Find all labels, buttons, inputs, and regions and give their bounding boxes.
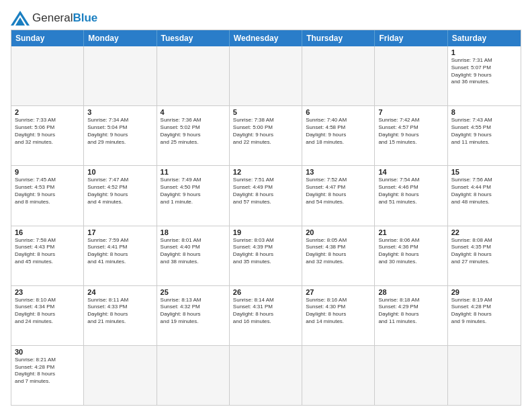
cell-info: Sunrise: 8:21 AM Sunset: 4:28 PM Dayligh… [15,357,80,385]
day-number: 3 [87,108,152,116]
cell-info: Sunrise: 8:18 AM Sunset: 4:29 PM Dayligh… [378,297,443,326]
header-day-tuesday: Tuesday [157,30,230,46]
day-number: 2 [15,108,80,116]
cell-info: Sunrise: 8:13 AM Sunset: 4:32 PM Dayligh… [161,297,226,326]
cell-info: Sunrise: 8:05 AM Sunset: 4:38 PM Dayligh… [306,237,371,266]
cell-info: Sunrise: 8:11 AM Sunset: 4:33 PM Dayligh… [87,297,152,326]
calendar-cell: 10Sunrise: 7:47 AM Sunset: 4:52 PM Dayli… [84,166,157,225]
calendar-cell [375,346,447,405]
calendar-row-0: 1Sunrise: 7:31 AM Sunset: 5:07 PM Daylig… [11,46,521,106]
calendar-cell [84,46,157,105]
calendar-cell [448,346,521,405]
calendar-cell [11,46,84,105]
cell-info: Sunrise: 7:51 AM Sunset: 4:49 PM Dayligh… [233,177,298,205]
cell-info: Sunrise: 7:34 AM Sunset: 5:04 PM Dayligh… [87,117,152,146]
cell-info: Sunrise: 7:45 AM Sunset: 4:53 PM Dayligh… [15,177,80,205]
calendar-cell: 28Sunrise: 8:18 AM Sunset: 4:29 PM Dayli… [375,286,447,345]
day-number: 21 [378,228,443,236]
calendar-cell [375,46,447,105]
calendar-cell [230,46,302,105]
cell-info: Sunrise: 8:06 AM Sunset: 4:36 PM Dayligh… [378,237,443,266]
day-number: 11 [161,168,226,176]
calendar-cell: 3Sunrise: 7:34 AM Sunset: 5:04 PM Daylig… [84,106,157,165]
calendar-cell: 17Sunrise: 7:59 AM Sunset: 4:41 PM Dayli… [84,226,157,285]
day-number: 24 [87,288,152,296]
day-number: 30 [15,348,80,356]
calendar-row-1: 2Sunrise: 7:33 AM Sunset: 5:06 PM Daylig… [11,106,521,166]
header-day-thursday: Thursday [302,30,375,46]
calendar-cell [157,46,230,105]
calendar-cell [230,346,302,405]
header: GeneralBlue [11,8,521,26]
logo: GeneralBlue [11,11,97,26]
day-number: 5 [233,108,298,116]
cell-info: Sunrise: 7:59 AM Sunset: 4:41 PM Dayligh… [87,237,152,266]
calendar-cell: 19Sunrise: 8:03 AM Sunset: 4:39 PM Dayli… [230,226,302,285]
calendar-cell: 8Sunrise: 7:43 AM Sunset: 4:55 PM Daylig… [448,106,521,165]
cell-info: Sunrise: 8:16 AM Sunset: 4:30 PM Dayligh… [306,297,371,326]
calendar-cell [157,346,230,405]
cell-info: Sunrise: 8:01 AM Sunset: 4:40 PM Dayligh… [161,237,226,266]
calendar-row-5: 30Sunrise: 8:21 AM Sunset: 4:28 PM Dayli… [11,346,521,405]
calendar-cell: 22Sunrise: 8:08 AM Sunset: 4:35 PM Dayli… [448,226,521,285]
day-number: 17 [87,228,152,236]
day-number: 25 [161,288,226,296]
calendar-row-2: 9Sunrise: 7:45 AM Sunset: 4:53 PM Daylig… [11,166,521,226]
day-number: 16 [15,228,80,236]
day-number: 26 [233,288,298,296]
header-day-wednesday: Wednesday [230,30,302,46]
day-number: 20 [306,228,371,236]
cell-info: Sunrise: 8:08 AM Sunset: 4:35 PM Dayligh… [451,237,517,266]
calendar-cell: 16Sunrise: 7:58 AM Sunset: 4:43 PM Dayli… [11,226,84,285]
cell-info: Sunrise: 7:43 AM Sunset: 4:55 PM Dayligh… [451,117,517,146]
day-number: 9 [15,168,80,176]
cell-info: Sunrise: 7:47 AM Sunset: 4:52 PM Dayligh… [87,177,152,205]
calendar-cell: 27Sunrise: 8:16 AM Sunset: 4:30 PM Dayli… [302,286,375,345]
day-number: 8 [451,108,517,116]
cell-info: Sunrise: 8:03 AM Sunset: 4:39 PM Dayligh… [233,237,298,266]
day-number: 1 [451,48,517,56]
day-number: 7 [378,108,443,116]
day-number: 18 [161,228,226,236]
cell-info: Sunrise: 7:40 AM Sunset: 4:58 PM Dayligh… [306,117,371,146]
calendar-cell [302,46,375,105]
calendar: SundayMondayTuesdayWednesdayThursdayFrid… [11,30,521,406]
calendar-cell: 9Sunrise: 7:45 AM Sunset: 4:53 PM Daylig… [11,166,84,225]
cell-info: Sunrise: 7:56 AM Sunset: 4:44 PM Dayligh… [451,177,517,205]
calendar-row-4: 23Sunrise: 8:10 AM Sunset: 4:34 PM Dayli… [11,286,521,346]
calendar-cell: 24Sunrise: 8:11 AM Sunset: 4:33 PM Dayli… [84,286,157,345]
calendar-cell: 15Sunrise: 7:56 AM Sunset: 4:44 PM Dayli… [448,166,521,225]
cell-info: Sunrise: 7:54 AM Sunset: 4:46 PM Dayligh… [378,177,443,205]
day-number: 14 [378,168,443,176]
calendar-cell: 4Sunrise: 7:36 AM Sunset: 5:02 PM Daylig… [157,106,230,165]
cell-info: Sunrise: 7:49 AM Sunset: 4:50 PM Dayligh… [161,177,226,205]
calendar-cell: 29Sunrise: 8:19 AM Sunset: 4:28 PM Dayli… [448,286,521,345]
header-day-sunday: Sunday [11,30,84,46]
day-number: 28 [378,288,443,296]
calendar-row-3: 16Sunrise: 7:58 AM Sunset: 4:43 PM Dayli… [11,226,521,286]
day-number: 27 [306,288,371,296]
cell-info: Sunrise: 7:52 AM Sunset: 4:47 PM Dayligh… [306,177,371,205]
calendar-cell: 25Sunrise: 8:13 AM Sunset: 4:32 PM Dayli… [157,286,230,345]
calendar-cell: 12Sunrise: 7:51 AM Sunset: 4:49 PM Dayli… [230,166,302,225]
calendar-cell [84,346,157,405]
calendar-cell: 11Sunrise: 7:49 AM Sunset: 4:50 PM Dayli… [157,166,230,225]
calendar-cell: 2Sunrise: 7:33 AM Sunset: 5:06 PM Daylig… [11,106,84,165]
day-number: 4 [161,108,226,116]
cell-info: Sunrise: 7:33 AM Sunset: 5:06 PM Dayligh… [15,117,80,146]
cell-info: Sunrise: 7:36 AM Sunset: 5:02 PM Dayligh… [161,117,226,146]
calendar-cell: 6Sunrise: 7:40 AM Sunset: 4:58 PM Daylig… [302,106,375,165]
cell-info: Sunrise: 7:38 AM Sunset: 5:00 PM Dayligh… [233,117,298,146]
calendar-cell [302,346,375,405]
logo-text: GeneralBlue [32,11,97,25]
day-number: 6 [306,108,371,116]
logo-icon [11,11,30,26]
day-number: 19 [233,228,298,236]
calendar-cell: 1Sunrise: 7:31 AM Sunset: 5:07 PM Daylig… [448,46,521,105]
cell-info: Sunrise: 8:10 AM Sunset: 4:34 PM Dayligh… [15,297,80,326]
day-number: 13 [306,168,371,176]
day-number: 29 [451,288,517,296]
cell-info: Sunrise: 7:58 AM Sunset: 4:43 PM Dayligh… [15,237,80,266]
day-number: 22 [451,228,517,236]
calendar-cell: 30Sunrise: 8:21 AM Sunset: 4:28 PM Dayli… [11,346,84,405]
